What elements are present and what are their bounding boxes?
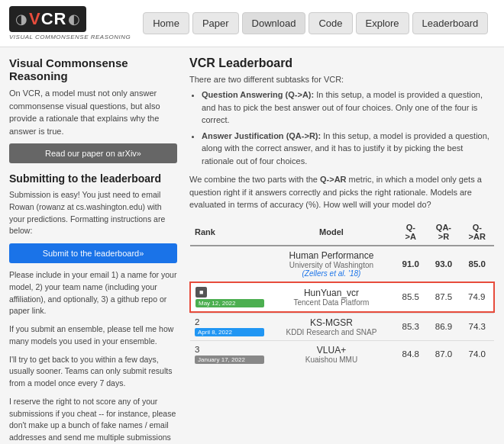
nav-home[interactable]: Home xyxy=(143,12,189,34)
leaderboard-title: VCR Leaderboard xyxy=(189,56,495,70)
table-row: 3January 17, 2022VLUA+Kuaishou MMU84.887… xyxy=(190,340,494,368)
nav-paper[interactable]: Paper xyxy=(192,12,239,34)
leaderboard-table: Rank Model Q->A QA->R Q->AR Human Perfor… xyxy=(189,219,495,368)
model-name: Human Performance xyxy=(273,250,389,261)
header: ◑ VCR ◐ Visual Commonsense Reasoning Hom… xyxy=(0,0,504,47)
main-nav: Home Paper Download Code Explore Leaderb… xyxy=(143,12,488,34)
score-qar: 93.0 xyxy=(427,246,460,282)
table-row: 2April 8, 2022KS-MGSRKDDI Research and S… xyxy=(190,313,494,340)
model-cell: VLUA+Kuaishou MMU xyxy=(269,340,394,368)
col-qaar: Q->AR xyxy=(460,219,494,246)
rank-badge: ■ xyxy=(195,287,207,298)
model-name: VLUA+ xyxy=(273,345,389,356)
rank-cell: ■May 12, 2022 xyxy=(190,282,269,312)
model-extra: (Zellers et al. '18) xyxy=(273,269,389,278)
rank-cell xyxy=(190,246,269,282)
col-qar: QA->R xyxy=(427,219,460,246)
left-column: Visual Commonsense Reasoning On VCR, a m… xyxy=(9,56,177,444)
score-qa: 84.8 xyxy=(394,340,427,368)
model-affil: Kuaishou MMU xyxy=(273,356,389,364)
score-qaar: 74.3 xyxy=(460,313,494,340)
logo: ◑ VCR ◐ Visual Commonsense Reasoning xyxy=(9,6,131,40)
submit-note2: If you submit an ensemble, please tell m… xyxy=(9,323,177,348)
rank-cell: 2April 8, 2022 xyxy=(190,313,269,340)
model-name: KS-MGSR xyxy=(273,317,389,328)
submit-section-title: Submitting to the leaderboard xyxy=(9,172,177,185)
right-column: VCR Leaderboard There are two different … xyxy=(189,56,495,444)
date-badge: April 8, 2022 xyxy=(195,328,264,336)
main-content: Visual Commonsense Reasoning On VCR, a m… xyxy=(0,47,504,444)
model-cell: HunYuan_vcrTencent Data Platform xyxy=(269,282,394,312)
table-row: ■May 12, 2022HunYuan_vcrTencent Data Pla… xyxy=(190,282,494,312)
metric-text: We combine the two parts with the Q->AR … xyxy=(189,173,495,211)
submit-note4: I reserve the right to not score any of … xyxy=(9,396,177,444)
logo-left-icon: ◑ xyxy=(15,11,27,27)
col-rank: Rank xyxy=(190,219,269,246)
left-intro: On VCR, a model must not only answer com… xyxy=(9,87,177,137)
submit-note3: I'll try to get back to you within a few… xyxy=(9,354,177,390)
score-qa: 91.0 xyxy=(394,246,427,282)
table-row: Human PerformanceUniversity of Washingto… xyxy=(190,246,494,282)
score-qaar: 85.0 xyxy=(460,246,494,282)
score-qar: 87.0 xyxy=(427,340,460,368)
bullet-qa-label: Question Answering (Q->A): xyxy=(202,90,314,99)
nav-leaderboard[interactable]: Leaderboard xyxy=(412,12,489,34)
col-qa: Q->A xyxy=(394,219,427,246)
left-title: Visual Commonsense Reasoning xyxy=(9,56,177,82)
nav-download[interactable]: Download xyxy=(242,12,306,34)
nav-code[interactable]: Code xyxy=(309,12,352,34)
logo-subtitle: Visual Commonsense Reasoning xyxy=(9,34,131,40)
score-qaar: 74.9 xyxy=(460,282,494,312)
model-affil: University of Washington xyxy=(273,261,389,269)
col-model: Model xyxy=(269,219,394,246)
logo-right-icon: ◐ xyxy=(68,11,80,27)
bullet-qa: Question Answering (Q->A): In this setup… xyxy=(202,88,495,127)
arxiv-button[interactable]: Read our paper on arXiv» xyxy=(9,143,177,163)
score-qar: 86.9 xyxy=(427,313,460,340)
leaderboard-intro: There are two different subtasks for VCR… xyxy=(189,75,495,84)
score-qaar: 74.0 xyxy=(460,340,494,368)
model-affil: Tencent Data Platform xyxy=(273,298,389,307)
nav-explore[interactable]: Explore xyxy=(356,12,409,34)
bullet-qar: Answer Justification (QA->R): In this se… xyxy=(202,130,495,168)
rank-cell: 3January 17, 2022 xyxy=(190,340,269,368)
model-name: HunYuan_vcr xyxy=(273,288,389,298)
score-qa: 85.3 xyxy=(394,313,427,340)
table-header-row: Rank Model Q->A QA->R Q->AR xyxy=(190,219,494,246)
model-cell: Human PerformanceUniversity of Washingto… xyxy=(269,246,394,282)
model-cell: KS-MGSRKDDI Research and SNAP xyxy=(269,313,394,340)
date-badge: January 17, 2022 xyxy=(195,356,264,364)
submit-button[interactable]: Submit to the leaderboard» xyxy=(9,243,177,263)
logo-text: VCR xyxy=(29,9,66,29)
score-qar: 87.5 xyxy=(427,282,460,312)
date-badge: May 12, 2022 xyxy=(195,299,264,307)
submit-note1: Please include in your email 1) a name f… xyxy=(9,269,177,317)
submit-intro: Submission is easy! You just need to ema… xyxy=(9,189,177,237)
model-affil: KDDI Research and SNAP xyxy=(273,328,389,336)
bullet-qar-label: Answer Justification (QA->R): xyxy=(202,131,321,140)
score-qa: 85.5 xyxy=(394,282,427,312)
bullet-list: Question Answering (Q->A): In this setup… xyxy=(202,88,495,167)
